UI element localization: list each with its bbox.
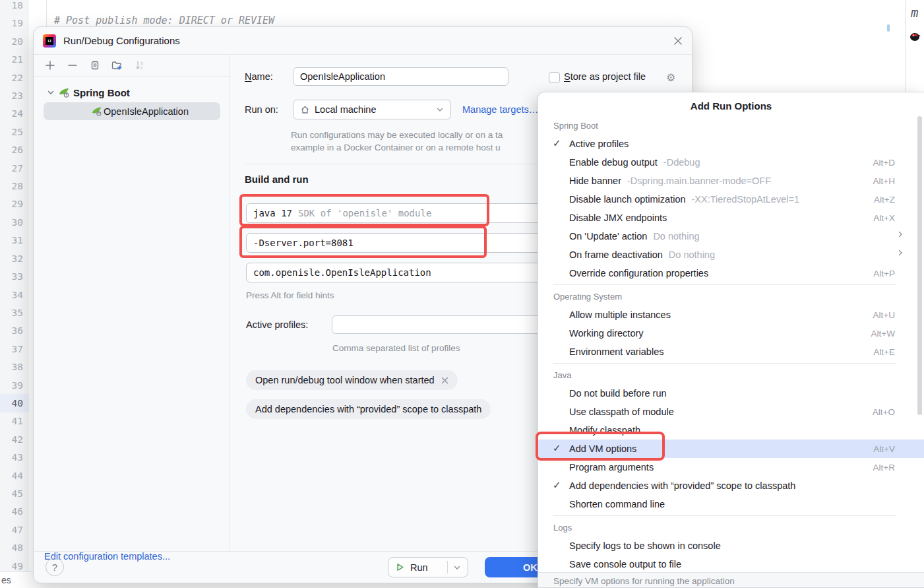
spring-boot-icon [58,86,70,98]
menu-item[interactable]: Allow multiple instances Alt+U [538,306,924,324]
option-chip[interactable]: Open run/debug tool window when started [246,370,458,390]
menu-item[interactable]: Override configuration properties Alt+P [538,264,924,282]
menu-item[interactable]: Enable debug output -Ddebug Alt+D [538,153,924,172]
menu-item[interactable]: ✓ Add VM options Alt+V [538,440,924,458]
remove-icon[interactable] [67,60,78,71]
submenu-arrow-icon [896,249,904,257]
menu-item[interactable]: Shorten command line [538,495,924,513]
run-button-label: Run [410,562,428,573]
line-number: 40 [0,394,29,412]
menu-item-label: Add dependencies with “provided” scope t… [569,480,795,491]
gear-icon[interactable]: ⚙ [666,71,675,84]
menu-item-label: Specify logs to be shown in console [569,540,721,551]
checkmark-icon: ✓ [553,137,561,149]
menu-item-shortcut: Alt+R [873,463,895,473]
store-as-project-file-label[interactable]: Store as project file [564,71,646,82]
menu-item[interactable]: ✓ Add dependencies with “provided” scope… [538,476,924,495]
menu-item-label: Working directory [569,328,644,339]
line-number: 37 [0,340,29,358]
option-chips: Open run/debug tool window when started … [246,370,491,419]
name-label: Name: [245,71,273,82]
add-run-options-popup: Add Run Options Spring Boot ✓ Active pro… [538,92,924,588]
menu-item-label: On 'Update' action [569,231,647,242]
menu-item-label: Active profiles [569,139,629,149]
menu-item-hint: -Ddebug [663,157,700,168]
copy-icon[interactable] [89,60,100,71]
menu-item[interactable]: Environment variables Alt+E [538,343,924,361]
manage-targets-link[interactable]: Manage targets… [462,104,538,115]
menu-item-shortcut: Alt+U [873,310,895,320]
help-button[interactable]: ? [46,558,64,576]
name-input[interactable]: OpenIsleApplication [293,67,508,86]
option-chip[interactable]: Add dependencies with “provided” scope t… [246,399,491,419]
menu-item[interactable]: Do not build before run [538,384,924,403]
line-number: 32 [0,249,29,267]
run-on-description-line2: example in a Docker Container or on a re… [291,143,500,152]
menu-item-shortcut: Alt+X [873,213,895,223]
menu-item[interactable]: Program arguments Alt+R [538,458,924,476]
dialog-titlebar[interactable]: IJ Run/Debug Configurations [34,27,692,55]
popup-hint-bar: Specify VM options for running the appli… [538,572,924,587]
menu-section-header: Java [538,366,924,384]
line-number: 24 [0,105,29,123]
menu-item-hint: -Dspring.main.banner-mode=OFF [627,176,771,186]
line-number: 48 [0,539,29,557]
menu-item[interactable]: On frame deactivation Do nothing [538,245,924,264]
line-number: 34 [0,286,29,304]
menu-item[interactable]: On 'Update' action Do nothing [538,227,924,245]
add-icon[interactable] [44,60,55,71]
new-folder-icon[interactable] [111,60,123,71]
store-as-project-file-checkbox[interactable] [549,72,560,83]
checkmark-icon: ✓ [553,479,561,491]
scrollbar-error-stripe[interactable] [887,24,890,32]
menu-item[interactable]: Specify logs to be shown in console [538,537,924,555]
tree-item-label: Spring Boot [73,87,130,98]
menu-item[interactable]: Working directory Alt+W [538,324,924,343]
menu-item-hint: -XX:TieredStopAtLevel=1 [692,194,800,205]
menu-item[interactable]: Save console output to file [538,555,924,573]
chip-label: Open run/debug tool window when started [255,375,435,385]
line-number: 28 [0,177,29,195]
menu-item[interactable]: Modify classpath [538,421,924,440]
line-number: 47 [0,521,29,539]
menu-item-label: Enable debug output [569,157,658,168]
line-number-column: 18 19 20 21 22 23 24 25 26 27 28 29 [0,0,29,575]
spring-boot-icon [91,106,102,117]
chip-label: Add dependencies with “provided” scope t… [255,404,481,414]
run-on-select[interactable]: Local machine [293,100,451,119]
run-button[interactable]: Run [388,557,468,577]
menu-section: Allow multiple instances Alt+U Working d… [538,306,924,361]
close-icon[interactable] [441,377,448,384]
checkmark-icon: ✓ [553,442,561,454]
tree-item-openisleapplication[interactable]: OpenIsleApplication [44,102,220,120]
chevron-down-icon[interactable] [47,88,55,96]
run-on-label: Run on: [245,104,278,115]
tree-item-spring-boot[interactable]: Spring Boot [34,84,230,101]
menu-item-shortcut: Alt+O [873,407,895,417]
home-icon [300,105,310,115]
popup-scrollbar[interactable] [917,116,922,415]
close-icon[interactable] [673,36,683,46]
menu-item[interactable]: Use classpath of module Alt+O [538,403,924,421]
svg-text:z: z [140,65,142,70]
chevron-down-icon[interactable] [453,564,461,572]
menu-item-label: Modify classpath [569,425,640,436]
line-number: 33 [0,267,29,285]
menu-item-hint: Do nothing [653,231,699,242]
menu-item[interactable]: Hide banner -Dspring.main.banner-mode=OF… [538,172,924,190]
line-number: 39 [0,376,29,394]
popup-title: Add Run Options [538,92,924,116]
line-number: 31 [0,232,29,249]
menu-section: Specify logs to be shown in console Save… [538,537,924,573]
menu-item-label: Do not build before run [569,388,667,399]
menu-item[interactable]: Disable JMX endpoints Alt+X [538,209,924,227]
svg-text:a: a [140,61,143,65]
press-alt-hint: Press Alt for field hints [246,290,334,300]
menu-item[interactable]: ✓ Active profiles [538,135,924,153]
menu-item-shortcut: Alt+E [873,347,895,357]
line-number: 22 [0,69,29,86]
menu-item[interactable]: Disable launch optimization -XX:TieredSt… [538,190,924,209]
menu-item-shortcut: Alt+D [873,158,895,168]
menu-section-header: Operating System [538,287,924,306]
sort-alphabetically-icon[interactable]: az [134,60,145,71]
